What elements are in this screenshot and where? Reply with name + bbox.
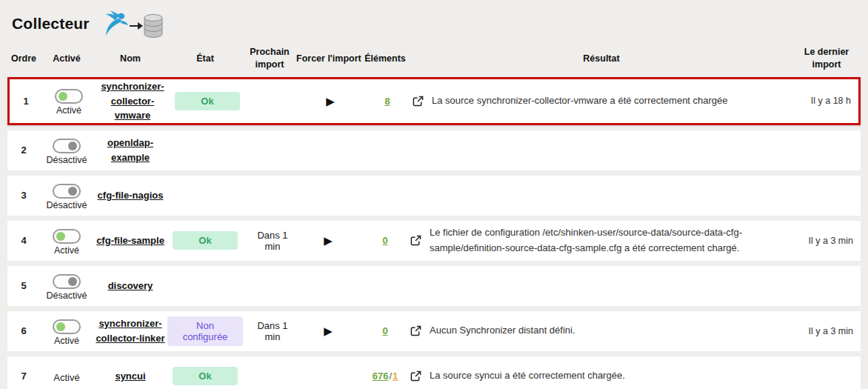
header-nom: Nom	[93, 53, 167, 65]
result-text: La source syncui a été correctement char…	[430, 368, 625, 384]
toggle-state-label: Désactivé	[47, 155, 87, 165]
result-text: La source synchronizer-collector-vmware …	[432, 93, 728, 109]
title-bar: Collecteur	[0, 0, 868, 41]
order-value: 3	[7, 190, 40, 201]
elements-count-link[interactable]: 676	[373, 370, 389, 382]
external-link-icon[interactable]	[413, 96, 424, 107]
last-import-value: Il y a 3 min	[792, 236, 861, 246]
order-value: 6	[7, 325, 40, 336]
source-name-link[interactable]: discovery	[108, 279, 153, 293]
order-value: 7	[7, 370, 40, 382]
elements-count-link[interactable]: 0	[382, 235, 387, 246]
result-text: Aucun Synchronizer distant défini.	[430, 323, 575, 339]
order-value: 1	[10, 96, 42, 107]
toggle-knob	[56, 322, 65, 331]
last-import-value: Il y a 18 h	[790, 96, 858, 106]
status-badge: Ok	[173, 367, 238, 385]
source-name-link[interactable]: openldap-example	[93, 136, 167, 164]
toggle-knob	[68, 187, 77, 196]
external-link-icon[interactable]	[410, 325, 421, 336]
active-toggle[interactable]	[53, 184, 81, 199]
table-row: 3 Désactivé cfg-file-nagios	[7, 176, 861, 216]
result-text: Le fichier de configuration /etc/shinken…	[430, 225, 782, 256]
header-resultat: Résultat	[410, 53, 792, 65]
header-active: Activé	[40, 53, 93, 65]
elements-count-link[interactable]: 0	[382, 325, 387, 336]
elements-error-link[interactable]: 1	[393, 370, 398, 382]
toggle-knob	[56, 232, 65, 241]
shinken-ninja-icon	[106, 10, 128, 36]
active-toggle[interactable]	[55, 89, 83, 104]
database-icon	[144, 15, 162, 38]
source-name-link[interactable]: synchronizer-collector-linker	[93, 316, 167, 345]
toggle-knob	[59, 92, 67, 101]
force-import-button[interactable]: ▶	[326, 96, 335, 107]
toggle-state-label: Activé	[54, 336, 79, 346]
header-ordre: Ordre	[7, 53, 40, 65]
external-link-icon[interactable]	[410, 235, 421, 246]
active-toggle[interactable]	[53, 319, 81, 334]
external-link-icon[interactable]	[410, 370, 421, 382]
status-badge: Non configurée	[167, 316, 243, 346]
header-etat: État	[167, 53, 243, 65]
table-row: 4 Activé cfg-file-sample Ok Dans 1 min ▶…	[7, 221, 861, 261]
toggle-knob	[68, 142, 77, 150]
header-elements: Éléments	[360, 53, 410, 65]
table-body: 1 Activé synchronizer-collector-vmware O…	[7, 77, 861, 389]
table-row: 1 Activé synchronizer-collector-vmware O…	[7, 77, 861, 125]
collector-logo	[96, 6, 167, 41]
table-row: 7 Activé syncui Ok 676/1 La source syncu…	[7, 356, 861, 389]
order-value: 5	[7, 280, 40, 291]
source-name-link[interactable]: synchronizer-collector-vmware	[96, 79, 170, 123]
toggle-state-label: Désactivé	[47, 290, 87, 301]
toggle-knob	[68, 277, 77, 286]
active-toggle[interactable]	[53, 139, 81, 153]
next-import-value: Dans 1 min	[243, 320, 296, 342]
active-toggle[interactable]	[53, 229, 81, 244]
source-name-link[interactable]: cfg-file-sample	[96, 233, 164, 248]
elements-separator: /	[389, 370, 392, 382]
order-value: 4	[7, 235, 40, 246]
last-import-value: Il y a 3 min	[792, 326, 861, 336]
force-import-button[interactable]: ▶	[324, 325, 333, 336]
table-header: Ordre Activé Nom État Prochain import Fo…	[7, 44, 861, 73]
toggle-state-label: Activé	[56, 105, 81, 116]
table-row: 5 Désactivé discovery	[7, 266, 861, 306]
arrow-icon	[130, 22, 143, 30]
toggle-state-label: Désactivé	[47, 200, 87, 210]
force-import-button[interactable]: ▶	[324, 235, 333, 246]
source-name-link[interactable]: cfg-file-nagios	[98, 188, 164, 203]
header-forcer-import: Forcer l'import	[296, 53, 360, 65]
table-row: 2 Désactivé openldap-example	[7, 130, 861, 170]
active-toggle[interactable]	[53, 274, 81, 289]
active-state-text: Activé	[53, 372, 79, 383]
source-name-link[interactable]: syncui	[115, 369, 145, 384]
header-prochain-import: Prochain import	[243, 46, 296, 71]
header-dernier-import: Le dernier import	[792, 46, 861, 71]
status-badge: Ok	[175, 92, 240, 110]
toggle-state-label: Activé	[54, 245, 79, 256]
table-row: 6 Activé synchronizer-collector-linker N…	[7, 311, 861, 351]
page-title: Collecteur	[12, 15, 90, 33]
elements-count-link[interactable]: 8	[384, 96, 390, 107]
next-import-value: Dans 1 min	[243, 230, 296, 252]
order-value: 2	[7, 144, 40, 156]
status-badge: Ok	[173, 231, 238, 250]
